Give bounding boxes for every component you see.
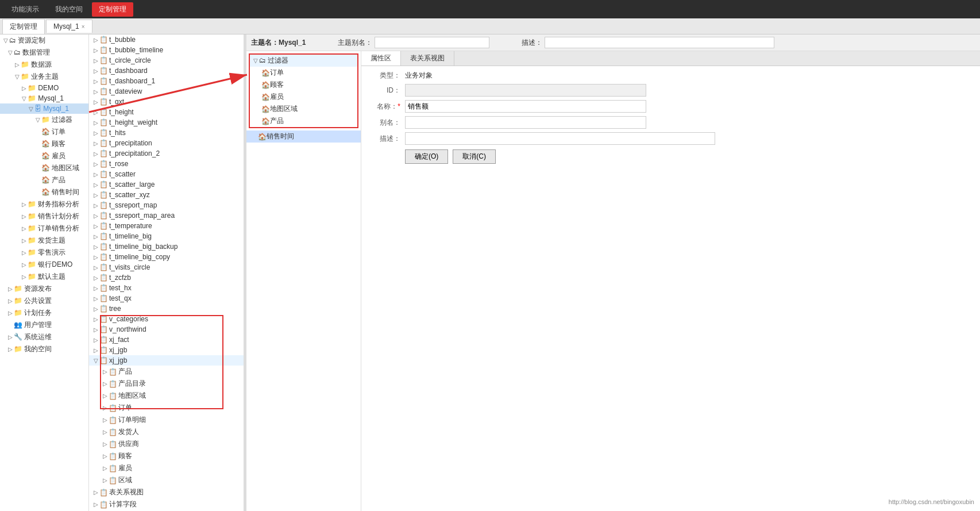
db-list-item[interactable]: ▷📋test_hx bbox=[89, 283, 244, 293]
tab-relations[interactable]: 表关系视图 bbox=[401, 51, 454, 66]
nav-item-demo[interactable]: 功能演示 bbox=[5, 2, 46, 17]
db-list-item[interactable]: ▷📋t_zcfzb bbox=[89, 272, 244, 283]
theme-desc-input[interactable] bbox=[545, 37, 774, 48]
db-list-item[interactable]: ▷📋t_hits bbox=[89, 128, 244, 138]
sidebar-finance[interactable]: ▷ 📁 财务指标分析 bbox=[0, 198, 88, 210]
filter-employee[interactable]: 🏠 雇员 bbox=[250, 91, 357, 103]
sidebar-mysql1-folder[interactable]: ▽ 📁 Mysql_1 bbox=[0, 93, 88, 103]
alias-input[interactable] bbox=[405, 116, 646, 129]
tab-custom-manage[interactable]: 定制管理 bbox=[2, 19, 45, 34]
xj-sub-item[interactable]: ▷📋供应商 bbox=[89, 438, 244, 450]
theme-alias-input[interactable] bbox=[375, 37, 489, 48]
tab-mysql1[interactable]: Mysql_1 × bbox=[46, 20, 92, 33]
sidebar-retail[interactable]: ▷ 📁 零售演示 bbox=[0, 247, 88, 259]
db-list-item[interactable]: ▷📋v_categories bbox=[89, 314, 244, 324]
db-list-item[interactable]: ▷📋t_timeline_big_backup bbox=[89, 241, 244, 252]
db-list-item[interactable]: ▷📋t_dateview bbox=[89, 86, 244, 97]
xj-sub-item[interactable]: ▷📋订单明细 bbox=[89, 414, 244, 426]
sidebar-demo[interactable]: ▷ 📁 DEMO bbox=[0, 83, 88, 93]
db-list-item[interactable]: ▷📋t_height_weight bbox=[89, 117, 244, 128]
xj-sub-item[interactable]: ▷📋顾客 bbox=[89, 450, 244, 462]
sidebar-myspace[interactable]: ▷ 📁 我的空间 bbox=[0, 343, 88, 355]
confirm-button[interactable]: 确定(O) bbox=[405, 149, 448, 164]
db-list-item[interactable]: ▷📋t_timeline_big_copy bbox=[89, 252, 244, 262]
sidebar-biztheme[interactable]: ▽ 📁 业务主题 bbox=[0, 71, 88, 83]
db-list-item[interactable]: ▷📋t_scatter_xyz bbox=[89, 190, 244, 200]
expand-icon: ▷ bbox=[21, 213, 28, 220]
name-input[interactable] bbox=[405, 100, 646, 113]
sidebar-ordersale[interactable]: ▷ 📁 订单销售分析 bbox=[0, 222, 88, 235]
sidebar-public-settings[interactable]: ▷ 📁 公共设置 bbox=[0, 295, 88, 307]
filter-saletime[interactable]: 🏠 销售时间 bbox=[246, 130, 361, 143]
db-list-item[interactable]: ▷📋t_precipitation_2 bbox=[89, 148, 244, 159]
db-list-item[interactable]: ▷📋t_dashboard bbox=[89, 66, 244, 76]
xj-sub-item[interactable]: ▷📋产品 bbox=[89, 366, 244, 378]
db-list-item[interactable]: ▷📋tree bbox=[89, 303, 244, 314]
db-list-item[interactable]: ▷📋xj_jgb bbox=[89, 345, 244, 355]
sidebar-label: 🗂 数据管理 bbox=[14, 48, 50, 57]
bottom-item[interactable]: ▷📋表关系视图 bbox=[89, 486, 244, 498]
sidebar-customer[interactable]: 🏠 顾客 bbox=[0, 138, 88, 150]
sidebar-employee[interactable]: 🏠 雇员 bbox=[0, 150, 88, 162]
db-list-item[interactable]: ▷📋t_timeline_big bbox=[89, 231, 244, 241]
xj-sub-item[interactable]: ▷📋产品目录 bbox=[89, 378, 244, 390]
sidebar-data-manage[interactable]: ▽ 🗂 数据管理 bbox=[0, 47, 88, 59]
sidebar-bank[interactable]: ▷ 📁 银行DEMO bbox=[0, 259, 88, 271]
db-list-item[interactable]: ▷📋t_dashboard_1 bbox=[89, 76, 244, 86]
xj-sub-item[interactable]: ▷📋订单 bbox=[89, 402, 244, 414]
filter-customer[interactable]: 🏠 顾客 bbox=[250, 79, 357, 91]
db-list-item[interactable]: ▷📋v_northwind bbox=[89, 324, 244, 335]
xj-sub-item[interactable]: ▷📋地图区域 bbox=[89, 390, 244, 402]
db-list-item[interactable]: ▷📋t_scatter_large bbox=[89, 179, 244, 190]
nav-item-custom[interactable]: 定制管理 bbox=[92, 2, 133, 17]
sidebar-saletime[interactable]: 🏠 销售时间 bbox=[0, 186, 88, 198]
filter-order[interactable]: 🏠 订单 bbox=[250, 67, 357, 79]
db-list-item[interactable]: ▷📋xj_fact bbox=[89, 335, 244, 345]
sidebar-maparea[interactable]: 🏠 地图区域 bbox=[0, 162, 88, 174]
sidebar-task[interactable]: ▷ 📁 计划任务 bbox=[0, 307, 88, 319]
sidebar-label: 📁 过滤器 bbox=[41, 115, 72, 125]
sidebar-product[interactable]: 🏠 产品 bbox=[0, 174, 88, 186]
db-list-item[interactable]: ▷📋test_qx bbox=[89, 293, 244, 303]
sidebar-resource-custom[interactable]: ▽ 🗂 资源定制 bbox=[0, 34, 88, 47]
db-list-item[interactable]: ▷📋t_ssreport_map bbox=[89, 200, 244, 210]
tab-properties[interactable]: 属性区 bbox=[361, 51, 401, 66]
tab-close-icon[interactable]: × bbox=[82, 24, 85, 30]
db-list-item[interactable]: ▷📋t_circle_circle bbox=[89, 55, 244, 66]
filter-root[interactable]: ▽ 🗂 过滤器 bbox=[250, 55, 357, 67]
db-list-item[interactable]: ▷📋t_qxt bbox=[89, 97, 244, 107]
sidebar-shipping[interactable]: ▷ 📁 发货主题 bbox=[0, 235, 88, 247]
sidebar-user-manage[interactable]: 👥 用户管理 bbox=[0, 319, 88, 331]
db-list-item[interactable]: ▷📋t_rose bbox=[89, 159, 244, 169]
sidebar-ops[interactable]: ▷ 🔧 系统运维 bbox=[0, 331, 88, 343]
bottom-item[interactable]: ▷📋计算字段 bbox=[89, 498, 244, 510]
nav-item-myspace[interactable]: 我的空间 bbox=[48, 2, 90, 17]
db-list-item[interactable]: ▷📋t_temperature bbox=[89, 221, 244, 231]
sidebar-default[interactable]: ▷ 📁 默认主题 bbox=[0, 271, 88, 283]
sidebar-resource-publish[interactable]: ▷ 📁 资源发布 bbox=[0, 283, 88, 295]
sidebar-datasource[interactable]: ▷ 📁 数据源 bbox=[0, 59, 88, 71]
db-list-item[interactable]: ▷📋t_precipitation bbox=[89, 138, 244, 148]
xj-jgb-header[interactable]: ▽📋xj_jgb bbox=[89, 355, 244, 366]
id-input[interactable] bbox=[405, 84, 646, 97]
db-list-item[interactable]: ▷📋t_bubble bbox=[89, 34, 244, 45]
db-list-item[interactable]: ▷📋t_scatter bbox=[89, 169, 244, 179]
desc-input[interactable] bbox=[405, 132, 715, 145]
form-panel: 属性区 表关系视图 类型： 业务对象 ID： bbox=[361, 51, 980, 511]
xj-sub-item[interactable]: ▷📋雇员 bbox=[89, 462, 244, 474]
xj-sub-item[interactable]: ▷📋发货人 bbox=[89, 426, 244, 438]
filter-product[interactable]: 🏠 产品 bbox=[250, 115, 357, 127]
db-list-item[interactable]: ▷📋t_height bbox=[89, 107, 244, 117]
sidebar-mysql1-db[interactable]: ▽ 🗄 Mysql_1 bbox=[0, 103, 88, 114]
db-list-item[interactable]: ▷📋t_bubble_timeline bbox=[89, 45, 244, 55]
filter-maparea[interactable]: 🏠 地图区域 bbox=[250, 103, 357, 115]
db-list-item[interactable]: ▷📋t_ssreport_map_area bbox=[89, 210, 244, 221]
sidebar-salesplan[interactable]: ▷ 📁 销售计划分析 bbox=[0, 210, 88, 222]
sidebar-order[interactable]: 🏠 订单 bbox=[0, 126, 88, 138]
db-list-item[interactable]: ▷📋t_visits_circle bbox=[89, 262, 244, 272]
expand-icon: ▽ bbox=[21, 95, 28, 102]
xj-sub-item[interactable]: ▷📋区域 bbox=[89, 474, 244, 486]
cancel-button[interactable]: 取消(C) bbox=[453, 149, 496, 164]
sidebar-filter[interactable]: ▽ 📁 过滤器 bbox=[0, 114, 88, 126]
type-row: 类型： 业务对象 bbox=[366, 71, 975, 80]
